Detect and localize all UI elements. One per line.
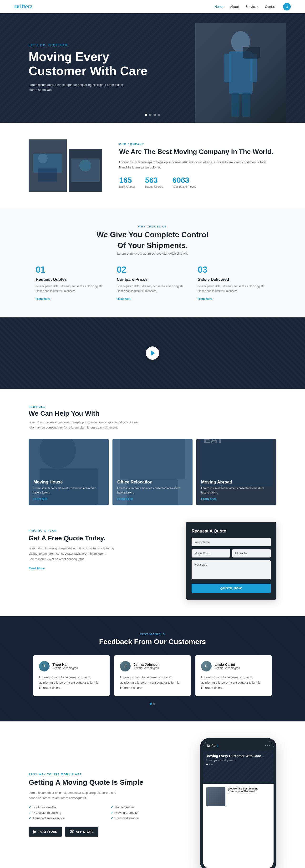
app-feature-1: ✓ Home cleaning — [111, 805, 186, 809]
nav-about[interactable]: About — [230, 5, 239, 8]
service-card-abroad[interactable]: EAT Moving Abroad Lorem ipsum dolor sit … — [196, 439, 276, 505]
qf-submit-button[interactable]: QUOTE NOW — [192, 584, 271, 593]
stat-daily-label: Daily Quotes — [119, 185, 136, 188]
play-icon — [151, 350, 155, 356]
check-icon-4: ✓ — [29, 816, 31, 820]
hero-dot-2[interactable] — [149, 114, 151, 116]
hero-title: Moving Every Customer With Care — [29, 50, 147, 78]
testimonials-section: TESTIMONIALS Feedback From Our Customers… — [0, 616, 305, 721]
stat-clients-value: 563 — [145, 176, 163, 185]
service-desc-1: Lorem ipsum dolor sit amet, consectur lo… — [33, 486, 104, 495]
about-images — [29, 140, 105, 192]
hero-content: LET'S GO, TOGETHER. Moving Every Custome… — [0, 43, 147, 92]
phone-header: Drifterz — [203, 741, 274, 750]
service-card-moving-house[interactable]: Moving House Lorem ipsum dolor sit amet,… — [29, 439, 109, 505]
service-card-office[interactable]: Office Relocation Lorem ipsum dolor sit … — [112, 439, 193, 505]
nav-home[interactable]: Home — [215, 5, 223, 8]
app-features: ✓ Book our service ✓ Home cleaning ✓ Pro… — [29, 805, 186, 820]
why-card-3: 03 Safely Delivered Lorem ipsum dolor si… — [198, 265, 269, 301]
services-title: We Can Help You With — [29, 410, 276, 417]
phone-brand-z: z — [217, 744, 219, 748]
test-dot-1[interactable] — [150, 703, 152, 705]
playstore-button[interactable]: ▶ PLAYSTORE — [29, 827, 62, 837]
appstore-label: APP STORE — [76, 830, 94, 834]
test-text-1: Lorem ipsum dolor sit amet, consectur ad… — [39, 675, 104, 690]
qf-message-input[interactable] — [192, 560, 271, 579]
test-avatar-1: T — [39, 661, 50, 672]
test-location-2: Seattle, Washington — [134, 666, 160, 670]
svg-point-13 — [79, 160, 91, 172]
qf-to-input[interactable] — [232, 549, 271, 557]
play-button[interactable] — [146, 346, 159, 360]
check-icon-3: ✓ — [111, 811, 113, 814]
hero-title-line1: Moving Every — [29, 50, 109, 64]
app-buttons: ▶ PLAYSTORE ⌘ APP STORE — [29, 827, 186, 837]
why-number-3: 03 — [198, 265, 269, 275]
test-name-2: Jenna Johnson — [134, 662, 160, 666]
svg-rect-4 — [231, 93, 240, 117]
service-title-2: Office Relocation — [117, 480, 188, 485]
service-price-1: From $99 — [33, 497, 104, 501]
read-more-2[interactable]: Read More — [117, 297, 131, 301]
feature-label-5: Transport service — [115, 816, 139, 820]
app-feature-2: ✓ Professional packing — [29, 811, 104, 814]
phone-dot-2[interactable] — [209, 764, 210, 765]
check-icon-1: ✓ — [111, 805, 113, 809]
navbar: Drifterz Home About Services Contact U — [0, 0, 305, 13]
check-icon-2: ✓ — [29, 811, 31, 814]
phone-nav-dots — [265, 745, 270, 746]
about-description: Lorem ipsum facere apam siege optio cons… — [119, 160, 276, 170]
test-card-3: L Linda Carini Seattle, Washington Lorem… — [195, 655, 272, 696]
fq-read-more[interactable]: Read More — [29, 566, 44, 570]
qf-from-input[interactable] — [192, 549, 230, 557]
feature-label-0: Book our service — [33, 805, 56, 809]
phone-about-text: We Are The Best Moving Company In The Wo… — [228, 787, 270, 806]
avatar[interactable]: U — [283, 3, 291, 10]
app-content: EASY WAY TO USE MOBILE APP Getting A Mov… — [29, 773, 186, 837]
service-card-content-1: Moving House Lorem ipsum dolor sit amet,… — [29, 439, 109, 505]
nav-services[interactable]: Services — [245, 5, 258, 8]
service-title-1: Moving House — [33, 480, 104, 485]
testimonials-dots — [29, 703, 276, 705]
svg-rect-6 — [243, 46, 260, 59]
why-card-desc-1: Lorem ipsum dolor sit amet, consectur ad… — [36, 284, 107, 293]
hero-dot-1[interactable] — [145, 114, 147, 116]
hero-dot-4[interactable] — [158, 114, 160, 116]
qf-name-input[interactable] — [192, 538, 271, 546]
read-more-3[interactable]: Read More — [198, 297, 212, 301]
svg-rect-2 — [224, 54, 231, 82]
about-image-2 — [68, 149, 102, 192]
hero-dots — [145, 114, 160, 116]
test-header-1: T Theo Hall Seattle, Washington — [39, 661, 104, 672]
appstore-button[interactable]: ⌘ APP STORE — [65, 827, 99, 837]
why-card-desc-2: Lorem ipsum dolor sit amet, consectur ad… — [117, 284, 188, 293]
nav-contact[interactable]: Contact — [265, 5, 276, 8]
test-header-2: J Jenna Johnson Seattle, Washington — [120, 661, 185, 672]
app-phone: Drifterz Moving Every Customer With Care… — [200, 738, 276, 868]
phone-hero-desc: Lorem ipsum moving care... — [206, 759, 270, 762]
test-dot-2[interactable] — [153, 703, 155, 705]
testimonials-title: Feedback From Our Customers — [29, 638, 276, 646]
feature-label-2: Professional packing — [33, 811, 61, 814]
why-section: WHY CHOOSE US We Give You Complete Contr… — [0, 209, 305, 317]
phone-brand-text: Drifter — [207, 744, 217, 748]
hero-dot-3[interactable] — [154, 114, 156, 116]
read-more-1[interactable]: Read More — [36, 297, 50, 301]
feature-label-3: Moving protection — [115, 811, 139, 814]
service-price-2: From $119 — [117, 497, 188, 501]
qf-location-row — [192, 549, 271, 560]
feature-label-4: Transport service tools — [33, 816, 64, 820]
about-section: OUR COMPANY We Are The Best Moving Compa… — [0, 123, 305, 209]
brand-z: z — [30, 4, 33, 9]
app-feature-4: ✓ Transport service tools — [29, 816, 104, 820]
hero-section: LET'S GO, TOGETHER. Moving Every Custome… — [0, 13, 305, 123]
why-card-desc-3: Lorem ipsum dolor sit amet, consectur ad… — [198, 284, 269, 293]
phone-dot-3[interactable] — [211, 764, 213, 765]
test-location-1: Seattle, Washington — [52, 666, 78, 670]
about-image-1 — [29, 140, 67, 192]
qf-form-title: Request A Quote — [192, 529, 271, 534]
phone-screen: Drifterz Moving Every Customer With Care… — [203, 741, 274, 868]
phone-dot-1[interactable] — [206, 764, 208, 765]
stat-boxes-value: 6063 — [172, 176, 196, 185]
test-text-2: Lorem ipsum dolor sit amet, consectur ad… — [120, 675, 185, 690]
